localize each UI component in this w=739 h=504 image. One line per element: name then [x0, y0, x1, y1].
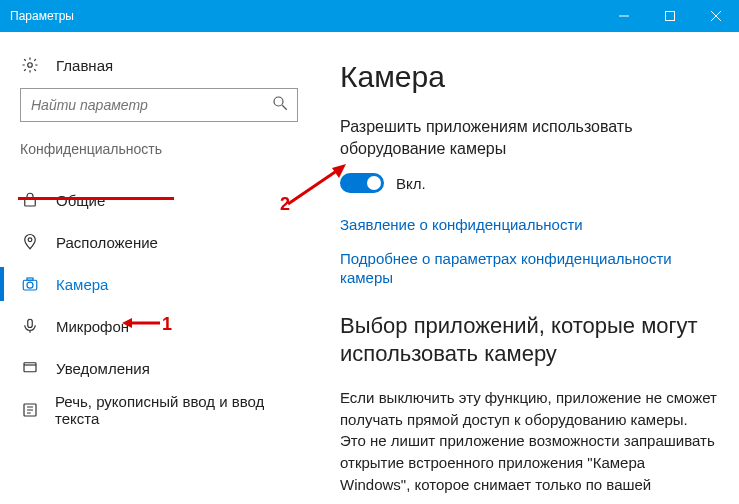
- sidebar-item-label: Общие: [56, 192, 105, 209]
- sidebar-item-location[interactable]: Расположение: [0, 221, 320, 263]
- maximize-button[interactable]: [647, 0, 693, 32]
- toggle-state-label: Вкл.: [396, 175, 426, 192]
- sidebar-item-speech[interactable]: Речь, рукописный ввод и ввод текста: [0, 389, 320, 431]
- home-label: Главная: [56, 57, 113, 74]
- speech-icon: [20, 401, 39, 419]
- page-heading: Камера: [340, 60, 717, 94]
- sidebar-item-label: Расположение: [56, 234, 158, 251]
- notification-icon: [20, 359, 40, 377]
- subheading: Выбор приложений, которые могут использо…: [340, 312, 717, 369]
- section-title: Конфиденциальность: [0, 141, 182, 163]
- sidebar-item-microphone[interactable]: Микрофон: [0, 305, 320, 347]
- svg-point-8: [28, 238, 32, 242]
- annotation-number-2: 2: [280, 194, 290, 215]
- svg-rect-11: [27, 278, 33, 280]
- sidebar-item-label: Уведомления: [56, 360, 150, 377]
- allow-description: Разрешить приложениям использовать обору…: [340, 116, 717, 159]
- sidebar-menu: Общие Расположение Камера: [0, 179, 320, 431]
- toggle-knob: [367, 176, 381, 190]
- svg-rect-1: [666, 12, 675, 21]
- content-pane: Камера Разрешить приложениям использоват…: [320, 32, 739, 504]
- svg-rect-12: [28, 319, 33, 327]
- search-icon: [271, 94, 289, 116]
- body-text: Если выключить эту функцию, приложение н…: [340, 387, 717, 504]
- annotation-underline: [18, 197, 174, 200]
- more-info-link[interactable]: Подробнее о параметрах конфиденциальност…: [340, 249, 717, 288]
- minimize-button[interactable]: [601, 0, 647, 32]
- sidebar-item-notifications[interactable]: Уведомления: [0, 347, 320, 389]
- window-controls: [601, 0, 739, 32]
- camera-icon: [20, 275, 40, 293]
- search-input[interactable]: [31, 97, 261, 113]
- close-button[interactable]: [693, 0, 739, 32]
- annotation-number-1: 1: [162, 314, 172, 335]
- sidebar-item-general[interactable]: Общие: [0, 179, 320, 221]
- sidebar: Главная Конфиденциальность Общи: [0, 32, 320, 504]
- svg-point-10: [27, 282, 33, 288]
- sidebar-item-camera[interactable]: Камера: [0, 263, 320, 305]
- svg-rect-13: [24, 363, 36, 372]
- svg-point-5: [274, 97, 283, 106]
- gear-icon: [20, 56, 40, 74]
- search-box[interactable]: [20, 88, 298, 122]
- sidebar-item-label: Речь, рукописный ввод и ввод текста: [55, 393, 300, 427]
- svg-line-6: [282, 105, 287, 110]
- camera-toggle[interactable]: [340, 173, 384, 193]
- window-title: Параметры: [10, 9, 74, 23]
- lock-icon: [20, 191, 40, 209]
- home-button[interactable]: Главная: [0, 50, 320, 88]
- location-icon: [20, 233, 40, 251]
- sidebar-item-label: Микрофон: [56, 318, 129, 335]
- svg-point-4: [28, 63, 33, 68]
- privacy-statement-link[interactable]: Заявление о конфиденциальности: [340, 215, 717, 235]
- titlebar: Параметры: [0, 0, 739, 32]
- sidebar-item-label: Камера: [56, 276, 108, 293]
- microphone-icon: [20, 317, 40, 335]
